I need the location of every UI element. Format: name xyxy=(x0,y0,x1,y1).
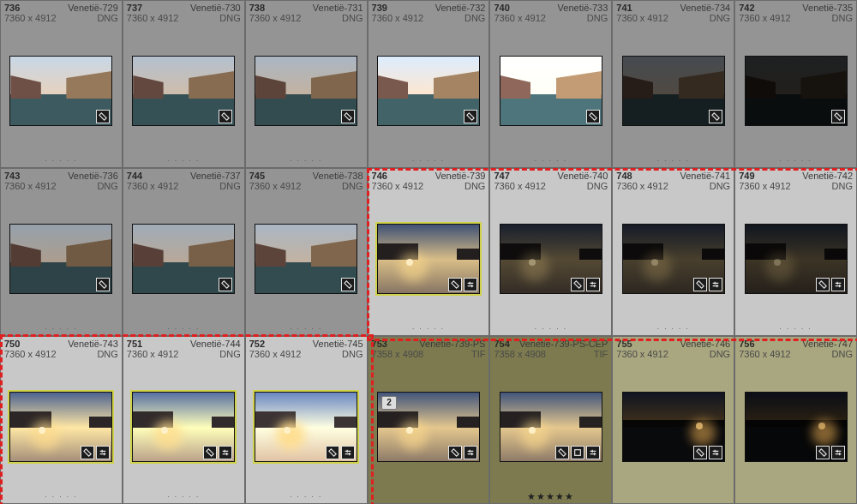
image-index: 752 xyxy=(249,339,265,349)
thumbnail-cell[interactable]: 736 Venetië-729 7360 x 4912 DNG · · · · … xyxy=(0,0,123,168)
thumbnail-cell[interactable]: 739 Venetië-732 7360 x 4912 DNG · · · · … xyxy=(368,0,490,168)
rating-dots[interactable]: · · · · · xyxy=(1,321,122,335)
adj-badge-icon[interactable] xyxy=(586,278,600,291)
adj-badge-icon[interactable] xyxy=(219,446,232,459)
tag-badge-icon[interactable] xyxy=(709,110,722,123)
adj-badge-icon[interactable] xyxy=(831,446,845,459)
thumbnail-cell[interactable]: 740 Venetië-733 7360 x 4912 DNG · · · · … xyxy=(489,0,612,168)
tag-badge-icon[interactable] xyxy=(341,110,355,123)
rating-dots[interactable]: · · · · · xyxy=(246,321,367,335)
rating-dots[interactable]: · · · · · xyxy=(123,489,244,503)
adj-badge-icon[interactable] xyxy=(709,278,722,291)
tag-badge-icon[interactable] xyxy=(203,446,217,459)
thumbnail-image[interactable] xyxy=(500,392,602,462)
thumbnail-cell[interactable]: 753 Venetië-739-PS 7358 x 4908 TIF 2 xyxy=(368,336,490,504)
thumbnail-wrapper xyxy=(123,192,244,321)
thumbnail-image[interactable] xyxy=(9,392,112,462)
thumbnail-cell[interactable]: 749 Venetië-742 7360 x 4912 DNG · · · · … xyxy=(734,168,857,336)
rating-dots[interactable]: · · · · · xyxy=(246,153,367,167)
adj-badge-icon[interactable] xyxy=(831,278,845,291)
thumbnail-image[interactable] xyxy=(132,224,235,294)
adj-badge-icon[interactable] xyxy=(341,446,355,459)
tag-badge-icon[interactable] xyxy=(693,446,707,459)
thumbnail-cell[interactable]: 744 Venetië-737 7360 x 4912 DNG · · · · … xyxy=(123,168,245,336)
thumbnail-cell[interactable]: 756 Venetië-747 7360 x 4912 DNG xyxy=(734,336,857,504)
rating-dots[interactable]: · · · · · xyxy=(123,321,244,335)
rating-dots[interactable]: · · · · · xyxy=(123,153,244,167)
thumbnail-image[interactable] xyxy=(132,392,235,462)
adj-badge-icon[interactable] xyxy=(709,446,722,459)
rating-dots[interactable]: · · · · · xyxy=(1,489,122,503)
tag-badge-icon[interactable] xyxy=(693,278,707,291)
crop-badge-icon[interactable] xyxy=(571,446,584,459)
thumbnail-cell[interactable]: 743 Venetië-736 7360 x 4912 DNG · · · · … xyxy=(0,168,123,336)
rating-dots[interactable]: · · · · · xyxy=(613,153,734,167)
rating-dots[interactable]: · · · · · xyxy=(1,153,122,167)
adj-badge-icon[interactable] xyxy=(464,278,477,291)
thumbnail-image[interactable] xyxy=(255,56,357,126)
thumbnail-image[interactable] xyxy=(9,56,112,126)
thumbnail-cell[interactable]: 746 Venetië-739 7360 x 4912 DNG · · · · … xyxy=(368,168,490,336)
thumbnail-cell[interactable]: 755 Venetië-746 7360 x 4912 DNG xyxy=(612,336,734,504)
adj-badge-icon[interactable] xyxy=(96,446,110,459)
tag-badge-icon[interactable] xyxy=(219,278,232,291)
rating-dots[interactable]: · · · · · xyxy=(369,153,489,167)
rating-dots[interactable]: · · · · · xyxy=(246,489,367,503)
tag-badge-icon[interactable] xyxy=(555,446,569,459)
image-extension: DNG xyxy=(587,181,608,191)
thumbnail-cell[interactable]: 745 Venetië-738 7360 x 4912 DNG · · · · … xyxy=(245,168,368,336)
thumbnail-cell[interactable]: 741 Venetië-734 7360 x 4912 DNG · · · · … xyxy=(612,0,734,168)
thumbnail-image[interactable] xyxy=(255,224,357,294)
cell-header: 739 Venetië-732 7360 x 4912 DNG xyxy=(369,1,489,24)
thumbnail-cell[interactable]: 748 Venetië-741 7360 x 4912 DNG · · · · … xyxy=(612,168,734,336)
thumbnail-cell[interactable]: 747 Venetië-740 7360 x 4912 DNG · · · · … xyxy=(489,168,612,336)
tag-badge-icon[interactable] xyxy=(816,446,830,459)
thumbnail-image[interactable] xyxy=(500,224,602,294)
tag-badge-icon[interactable] xyxy=(831,110,845,123)
thumbnail-cell[interactable]: 751 Venetië-744 7360 x 4912 DNG · · · · … xyxy=(123,336,245,504)
thumbnail-image[interactable] xyxy=(622,392,725,462)
rating-dots[interactable]: · · · · · xyxy=(490,321,611,335)
tag-badge-icon[interactable] xyxy=(341,278,355,291)
tag-badge-icon[interactable] xyxy=(464,110,477,123)
tag-badge-icon[interactable] xyxy=(448,446,462,459)
thumbnail-image[interactable] xyxy=(745,224,848,294)
tag-badge-icon[interactable] xyxy=(326,446,339,459)
thumbnail-cell[interactable]: 737 Venetië-730 7360 x 4912 DNG · · · · … xyxy=(123,0,245,168)
image-extension: DNG xyxy=(342,349,363,359)
tag-badge-icon[interactable] xyxy=(571,278,584,291)
thumbnail-cell[interactable]: 742 Venetië-735 7360 x 4912 DNG · · · · … xyxy=(734,0,857,168)
rating-dots[interactable]: · · · · · xyxy=(490,153,611,167)
thumbnail-image[interactable] xyxy=(745,392,848,462)
image-extension: DNG xyxy=(710,13,730,23)
thumbnail-image[interactable] xyxy=(622,224,725,294)
tag-badge-icon[interactable] xyxy=(448,278,462,291)
thumbnail-cell[interactable]: 738 Venetië-731 7360 x 4912 DNG · · · · … xyxy=(245,0,368,168)
stack-count-badge[interactable]: 2 xyxy=(381,396,397,410)
thumbnail-image[interactable] xyxy=(377,56,480,126)
tag-badge-icon[interactable] xyxy=(586,110,600,123)
thumbnail-image[interactable] xyxy=(377,224,480,294)
tag-badge-icon[interactable] xyxy=(816,278,830,291)
thumbnail-image[interactable] xyxy=(255,392,357,462)
tag-badge-icon[interactable] xyxy=(96,278,110,291)
rating-dots[interactable]: · · · · · xyxy=(735,153,856,167)
thumbnail-image[interactable] xyxy=(745,56,848,126)
tag-badge-icon[interactable] xyxy=(96,110,110,123)
rating-dots[interactable]: · · · · · xyxy=(613,321,734,335)
tag-badge-icon[interactable] xyxy=(219,110,232,123)
thumbnail-image[interactable] xyxy=(9,224,112,294)
rating-stars[interactable]: ★★★★★ xyxy=(490,489,611,503)
thumbnail-image[interactable] xyxy=(132,56,235,126)
adj-badge-icon[interactable] xyxy=(586,446,600,459)
thumbnail-image[interactable] xyxy=(622,56,725,126)
thumbnail-cell[interactable]: 750 Venetië-743 7360 x 4912 DNG · · · · … xyxy=(0,336,123,504)
thumbnail-cell[interactable]: 754 Venetië-739-PS-CEP 7358 x 4908 TIF ★… xyxy=(489,336,612,504)
tag-badge-icon[interactable] xyxy=(81,446,94,459)
thumbnail-image[interactable]: 2 xyxy=(377,392,480,462)
rating-dots[interactable]: · · · · · xyxy=(735,321,856,335)
adj-badge-icon[interactable] xyxy=(464,446,477,459)
thumbnail-cell[interactable]: 752 Venetië-745 7360 x 4912 DNG · · · · … xyxy=(245,336,368,504)
rating-dots[interactable]: · · · · · xyxy=(369,321,489,335)
thumbnail-image[interactable] xyxy=(500,56,602,126)
